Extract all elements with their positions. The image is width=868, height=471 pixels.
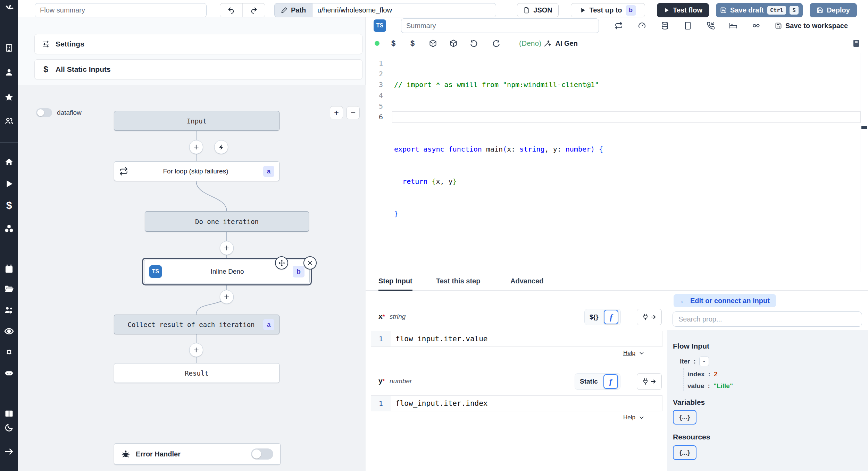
- test-up-to-button[interactable]: Test up to b: [571, 3, 645, 17]
- node-collect-result[interactable]: Collect result of each iteration a: [114, 315, 279, 334]
- dollar-icon: $: [42, 65, 50, 74]
- overview-ruler[interactable]: [860, 53, 868, 272]
- status-dot: [375, 41, 380, 46]
- docs-book-icon[interactable]: [4, 409, 14, 419]
- ai-gen-button[interactable]: AI Gen: [543, 40, 578, 48]
- node-for-loop[interactable]: For loop (skip failures) a: [114, 161, 279, 181]
- mock-cassette-icon[interactable]: [752, 22, 761, 30]
- user-icon[interactable]: [5, 68, 14, 77]
- reset-undo-icon[interactable]: [470, 40, 478, 48]
- line-numbers: 1 2 3 4 5 6: [366, 58, 391, 122]
- node-badge-b: b: [293, 266, 304, 277]
- x-connect-button[interactable]: [637, 309, 662, 325]
- y-mode-static[interactable]: Static: [577, 378, 601, 385]
- tab-advanced[interactable]: Advanced: [510, 272, 544, 290]
- variables-dollar-icon[interactable]: $: [6, 199, 12, 211]
- tree-row-iter[interactable]: iter: -: [680, 357, 709, 366]
- schedules-calendar-icon[interactable]: [5, 264, 14, 274]
- code-editor[interactable]: 1 2 3 4 5 6 // import * as wmill from "n…: [366, 53, 868, 272]
- all-static-inputs-button[interactable]: $ All Static Inputs: [34, 59, 362, 79]
- add-step-button[interactable]: [189, 140, 203, 154]
- flow-input-title: Flow Input: [673, 342, 709, 350]
- settings-gear-icon[interactable]: [4, 347, 14, 357]
- x-help-link[interactable]: Help: [623, 350, 644, 357]
- x-mode-template[interactable]: ${}: [587, 313, 601, 321]
- y-help-link[interactable]: Help: [623, 414, 644, 421]
- json-button[interactable]: JSON: [517, 3, 559, 17]
- typescript-icon: TS: [149, 265, 162, 278]
- dark-mode-moon-icon[interactable]: [5, 423, 14, 433]
- workers-users-gear-icon[interactable]: [4, 306, 14, 316]
- save-to-workspace-button[interactable]: Save to workspace: [775, 18, 848, 33]
- package-icon[interactable]: [429, 40, 437, 48]
- trigger-bolt-button[interactable]: [214, 140, 228, 154]
- add-step-button[interactable]: [220, 241, 234, 255]
- sliders-icon: [42, 40, 50, 48]
- tab-test-this-step[interactable]: Test this step: [436, 272, 480, 290]
- favorites-star-icon[interactable]: [5, 93, 14, 102]
- path-button[interactable]: Path: [274, 3, 312, 17]
- x-expression-editor[interactable]: 1 flow_input.iter.value: [371, 331, 662, 347]
- chevron-down-icon: [639, 350, 644, 356]
- tree-row-index[interactable]: index: 2: [687, 370, 718, 378]
- zoom-out-button[interactable]: −: [347, 106, 360, 119]
- deno-runtime-label[interactable]: (Deno): [519, 39, 541, 48]
- undo-button[interactable]: [220, 3, 243, 17]
- resources-object-chip[interactable]: {...}: [673, 445, 696, 460]
- error-handler-row[interactable]: Error Handler: [114, 443, 281, 465]
- node-do-one-iteration[interactable]: Do one iteration: [145, 211, 309, 232]
- runs-play-icon[interactable]: [5, 179, 14, 188]
- tree-row-value[interactable]: value: "Lille": [687, 382, 733, 390]
- tab-step-input[interactable]: Step Input: [378, 272, 412, 291]
- groups-icon[interactable]: [5, 117, 14, 126]
- timeout-gauge-icon[interactable]: [638, 22, 646, 30]
- search-prop-input[interactable]: [673, 311, 862, 327]
- folders-icon[interactable]: [4, 284, 14, 294]
- iter-collapse-chip: -: [699, 357, 709, 366]
- workspace-icon[interactable]: [5, 43, 14, 52]
- zoom-in-button[interactable]: +: [330, 106, 343, 119]
- edit-or-connect-button[interactable]: ← Edit or connect an input: [674, 294, 776, 307]
- save-draft-button[interactable]: Save draft Ctrl S: [716, 3, 803, 17]
- concurrency-square-icon[interactable]: [684, 22, 692, 30]
- test-flow-button[interactable]: Test flow: [657, 3, 709, 17]
- sleep-bed-icon[interactable]: [729, 22, 737, 30]
- delete-node-button[interactable]: [303, 256, 317, 269]
- y-mode-javascript[interactable]: f: [603, 374, 618, 389]
- step-summary-input[interactable]: [401, 18, 599, 33]
- redo-button[interactable]: [243, 3, 265, 17]
- add-step-button[interactable]: [220, 290, 234, 304]
- audit-eye-icon[interactable]: [4, 326, 14, 336]
- retries-repeat-icon[interactable]: [615, 22, 623, 30]
- y-connect-button[interactable]: [637, 373, 662, 390]
- package-icon[interactable]: [450, 40, 458, 48]
- context-var-icon[interactable]: $: [410, 39, 415, 48]
- dataflow-toggle[interactable]: [36, 108, 52, 117]
- flow-summary-input[interactable]: [35, 3, 207, 17]
- env-var-icon[interactable]: $: [391, 39, 395, 48]
- expand-arrow-icon[interactable]: [5, 447, 14, 456]
- resources-cubes-icon[interactable]: [4, 224, 14, 233]
- cache-database-icon[interactable]: [661, 22, 669, 30]
- deploy-button[interactable]: Deploy: [810, 3, 857, 17]
- move-node-handle[interactable]: [275, 256, 288, 269]
- node-result[interactable]: Result: [114, 363, 279, 383]
- x-mode-javascript[interactable]: f: [604, 310, 618, 324]
- add-step-button[interactable]: [189, 343, 203, 357]
- node-input[interactable]: Input: [114, 111, 279, 131]
- props-tree: Flow Input iter: - index: 2 value: "Lill…: [667, 330, 868, 471]
- step-toolbar: [611, 18, 771, 33]
- flow-settings-button[interactable]: Settings: [34, 34, 362, 54]
- variables-object-chip[interactable]: {...}: [673, 410, 696, 425]
- path-input[interactable]: [312, 3, 496, 17]
- reload-icon[interactable]: [492, 40, 500, 48]
- windmill-logo-icon[interactable]: [4, 4, 14, 14]
- suspend-phone-icon[interactable]: [707, 22, 715, 30]
- x-input-mode-toggle: ${} f: [584, 309, 621, 325]
- variables-title: Variables: [673, 398, 705, 406]
- ai-robot-icon[interactable]: [4, 368, 14, 378]
- home-icon[interactable]: [5, 157, 14, 167]
- error-handler-toggle[interactable]: [251, 448, 273, 460]
- library-book-icon[interactable]: [852, 39, 860, 48]
- y-expression-editor[interactable]: 1 flow_input.iter.index: [371, 395, 662, 411]
